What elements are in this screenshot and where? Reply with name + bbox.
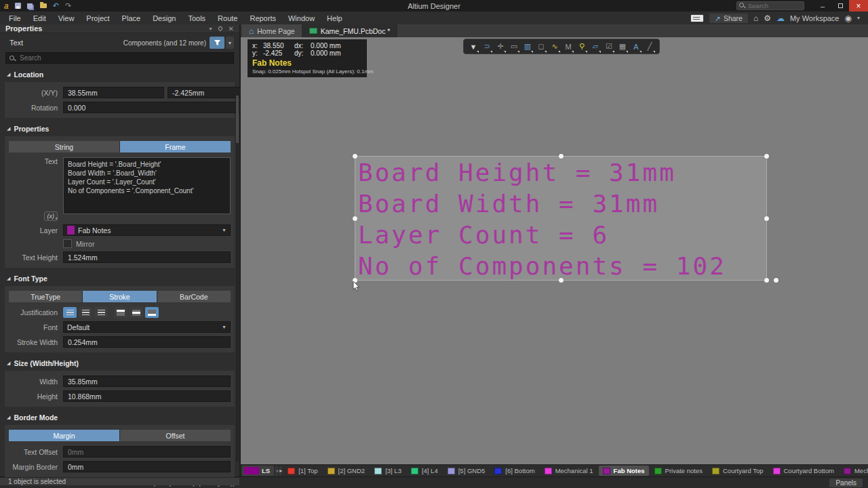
panel-close-icon[interactable]: ✕ <box>229 25 234 33</box>
meander-icon[interactable]: M <box>562 41 574 53</box>
selection-rect-icon[interactable]: ▭ <box>508 41 520 53</box>
maximize-button[interactable] <box>831 0 849 12</box>
pin-icon[interactable] <box>217 26 222 31</box>
layer-tab-l4[interactable]: [4] L4 <box>407 466 442 476</box>
line-icon[interactable]: ╱ <box>644 41 656 53</box>
text-icon[interactable]: A <box>630 41 642 53</box>
justify-right-button[interactable] <box>94 307 108 318</box>
font-dropdown[interactable]: Default ▼ <box>63 321 231 333</box>
border-mode-section-header[interactable]: ◢ Border Mode <box>0 407 239 424</box>
layer-tab-fab-notes[interactable]: Fab Notes <box>599 466 649 476</box>
menu-item[interactable]: Window <box>282 13 321 24</box>
layer-tab-l3[interactable]: [3] L3 <box>370 466 406 476</box>
height-field[interactable] <box>63 390 231 402</box>
comment-icon[interactable] <box>690 14 704 22</box>
minimize-button[interactable]: – <box>814 0 831 12</box>
user-icon[interactable]: ◉ <box>845 14 852 23</box>
home-icon[interactable]: ⌂ <box>753 14 758 23</box>
panel-menu-icon[interactable]: ▾ <box>210 26 212 32</box>
bars-icon[interactable]: ▥ <box>521 41 534 53</box>
panel-search-input[interactable] <box>5 52 234 64</box>
layer-tab-courtyard-bottom[interactable]: Courtyard Bottom <box>769 466 838 476</box>
justify-middle-button[interactable] <box>130 307 143 318</box>
graph-icon[interactable]: ▦ <box>616 41 629 53</box>
panel-scrollbar[interactable] <box>236 96 239 462</box>
tab-frame[interactable]: Frame <box>120 141 231 152</box>
pad-icon[interactable]: ◻ <box>535 41 547 53</box>
tab-barcode[interactable]: BarCode <box>157 291 231 302</box>
gear-icon[interactable]: ⚙ <box>764 14 771 23</box>
room-icon[interactable]: ☑ <box>603 41 615 53</box>
justify-bottom-button[interactable] <box>145 307 159 318</box>
menu-item[interactable]: Reports <box>243 13 282 24</box>
tab-offset[interactable]: Offset <box>120 430 231 441</box>
tab-truetype[interactable]: TrueType <box>9 291 83 302</box>
size-section-header[interactable]: ◢ Size (Width/Height) <box>0 352 239 369</box>
crosshair-icon[interactable]: ✛ <box>494 41 507 53</box>
layer-tab-gnd2[interactable]: [2] GND2 <box>323 466 370 476</box>
width-field[interactable] <box>63 375 231 387</box>
scroll-right-icon[interactable]: ▸ <box>279 466 282 476</box>
selection-handle[interactable] <box>353 154 357 159</box>
layer-tab-top[interactable]: [1] Top <box>283 466 321 476</box>
menu-item[interactable]: Tools <box>182 13 212 24</box>
filter-icon[interactable]: ▼ <box>467 41 479 53</box>
justify-center-button[interactable] <box>79 307 92 318</box>
menu-item[interactable]: View <box>52 13 81 24</box>
route-icon[interactable]: ∿ <box>549 41 561 53</box>
layer-dropdown[interactable]: Fab Notes ▼ <box>63 224 231 236</box>
selection-handle[interactable] <box>353 216 357 221</box>
via-icon[interactable]: ⚲ <box>576 41 588 53</box>
panels-button[interactable]: Panels <box>829 479 863 487</box>
selection-handle[interactable] <box>559 154 564 159</box>
text-offset-field[interactable] <box>63 446 231 458</box>
text-content-area[interactable]: Board Height = '.Board_Height' Board Wid… <box>63 157 231 214</box>
filter-button[interactable] <box>210 37 224 49</box>
close-button[interactable]: × <box>849 0 868 12</box>
stroke-width-field[interactable] <box>63 336 231 348</box>
selection-handle[interactable] <box>764 154 769 159</box>
workspace-label[interactable]: My Workspace <box>790 14 840 22</box>
layer-tab-mechanical-1[interactable]: Mechanical 1 <box>540 466 597 476</box>
location-section-header[interactable]: ◢ Location <box>0 64 239 81</box>
tab-home-page[interactable]: ⌂ Home Page <box>242 24 302 37</box>
share-button[interactable]: ↗ Share <box>709 14 748 23</box>
justify-top-button[interactable] <box>114 307 127 318</box>
selected-text-frame[interactable]: Board Height = 31mmBoard Width = 31mmLay… <box>355 156 767 281</box>
menu-item[interactable]: Project <box>80 13 115 24</box>
tab-pcbdoc[interactable]: Kame_FMU.PcbDoc * <box>302 24 398 37</box>
magnet-icon[interactable]: ⊃ <box>481 41 493 53</box>
menu-item[interactable]: Edit <box>27 13 52 24</box>
selection-handle[interactable] <box>559 278 564 283</box>
x-field[interactable] <box>63 87 164 98</box>
filter-dropdown-button[interactable]: ▼ <box>226 37 234 49</box>
layer-tab-bottom[interactable]: [6] Bottom <box>490 466 538 476</box>
scroll-left-icon[interactable]: ◂ <box>275 466 278 476</box>
justify-left-button[interactable] <box>63 307 77 318</box>
tab-string[interactable]: String <box>9 141 120 152</box>
selection-handle[interactable] <box>764 278 769 283</box>
text-height-field[interactable] <box>63 251 231 263</box>
margin-border-field[interactable] <box>63 461 231 472</box>
selection-handle[interactable] <box>764 216 769 221</box>
menu-item[interactable]: Place <box>116 13 147 24</box>
layer-tab-courtyard-top[interactable]: Courtyard Top <box>708 466 768 476</box>
properties-section-header[interactable]: ◢ Properties <box>0 118 239 135</box>
polygon-icon[interactable]: ▱ <box>589 41 601 53</box>
tab-stroke[interactable]: Stroke <box>83 291 157 302</box>
menu-item[interactable]: Design <box>146 13 182 24</box>
layer-tab-mechanical-6[interactable]: Mechanical 6 <box>840 466 868 476</box>
layer-tab-gnd5[interactable]: [5] GND5 <box>443 466 490 476</box>
menu-item[interactable]: File <box>3 13 27 24</box>
mirror-checkbox[interactable] <box>63 239 72 248</box>
special-string-button[interactable]: (x) <box>44 211 58 221</box>
selection-handle[interactable] <box>774 278 778 283</box>
menu-item[interactable]: Route <box>212 13 243 24</box>
pcb-canvas[interactable]: x:38.550 dx:0.000 mm y:-2.425 dy:0.000 m… <box>241 37 868 464</box>
tab-margin[interactable]: Margin <box>9 430 120 441</box>
menu-item[interactable]: Help <box>321 13 349 24</box>
global-search-input[interactable] <box>736 1 804 10</box>
layer-set-chip[interactable]: LS <box>242 466 274 476</box>
font-type-section-header[interactable]: ◢ Font Type <box>0 268 239 285</box>
layer-tab-private-notes[interactable]: Private notes <box>650 466 707 476</box>
